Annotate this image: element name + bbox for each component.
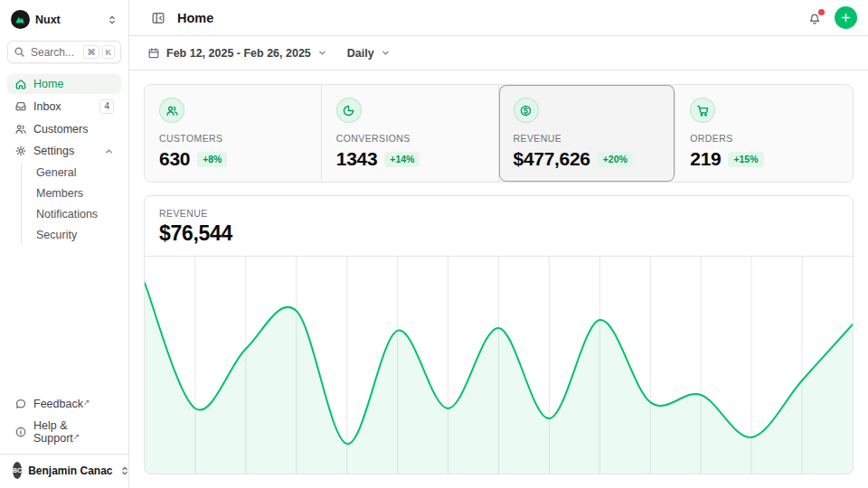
- stat-label: ORDERS: [690, 133, 838, 144]
- granularity-label: Daily: [347, 47, 374, 60]
- chart-label: REVENUE: [159, 208, 838, 219]
- message-icon: [14, 398, 27, 410]
- stat-delta-badge: +8%: [197, 152, 227, 167]
- add-button[interactable]: [835, 6, 857, 29]
- stat-delta-badge: +20%: [598, 152, 633, 167]
- sidebar-item-customers[interactable]: Customers: [7, 119, 121, 139]
- sidebar-item-label: Inbox: [33, 100, 93, 113]
- sidebar-item-members[interactable]: Members: [24, 183, 121, 202]
- circle-dollar-icon: [514, 98, 539, 123]
- chart-value: $76,544: [159, 221, 838, 246]
- notification-dot: [818, 9, 825, 15]
- collapse-sidebar-button[interactable]: [147, 7, 169, 29]
- help-support-link[interactable]: Help & Support↗: [7, 416, 121, 448]
- sidebar-item-general[interactable]: General: [24, 163, 121, 182]
- content: CUSTOMERS 630 +8% CONVERSIONS 1343 +14%: [129, 70, 868, 488]
- granularity-select[interactable]: Daily: [347, 47, 391, 60]
- revenue-chart-card: REVENUE $76,544 14 Feb16 Feb18 Feb20 Feb…: [144, 195, 854, 474]
- notifications-button[interactable]: [804, 7, 826, 29]
- kbd-cmd: ⌘: [83, 45, 99, 59]
- stat-value: 630: [159, 148, 190, 170]
- sidebar-item-settings[interactable]: Settings: [7, 141, 121, 161]
- sidebar-item-inbox[interactable]: Inbox 4: [7, 96, 121, 117]
- topbar: Home: [129, 0, 868, 36]
- stat-card-revenue[interactable]: REVENUE $477,626 +20%: [499, 85, 676, 182]
- avatar: BC: [13, 462, 22, 479]
- info-icon: [14, 426, 27, 438]
- feedback-label: Feedback↗: [33, 398, 114, 410]
- search-placeholder: Search...: [31, 46, 78, 59]
- stat-label: CONVERSIONS: [336, 133, 484, 144]
- external-link-icon: ↗: [73, 432, 80, 441]
- feedback-link[interactable]: Feedback↗: [7, 394, 121, 414]
- workspace-switcher[interactable]: Nuxt: [7, 7, 121, 32]
- users-icon: [159, 98, 184, 123]
- stat-value: 219: [690, 148, 721, 170]
- toolbar: Feb 12, 2025 - Feb 26, 2025 Daily: [129, 36, 868, 70]
- sidebar-item-home[interactable]: Home: [7, 74, 121, 94]
- stats-row: CUSTOMERS 630 +8% CONVERSIONS 1343 +14%: [144, 84, 854, 183]
- stat-card-customers[interactable]: CUSTOMERS 630 +8%: [145, 85, 322, 182]
- chevron-up-icon: [104, 146, 114, 156]
- inbox-count-badge: 4: [99, 99, 114, 114]
- date-range-picker[interactable]: Feb 12, 2025 - Feb 26, 2025: [147, 47, 327, 60]
- stat-card-conversions[interactable]: CONVERSIONS 1343 +14%: [322, 85, 499, 182]
- nuxt-logo: [11, 10, 30, 29]
- main-panel: Home Fe: [129, 0, 868, 488]
- sidebar-item-notifications[interactable]: Notifications: [24, 204, 121, 223]
- stat-delta-badge: +15%: [728, 152, 763, 167]
- stat-value: 1343: [336, 148, 378, 170]
- panel-left-close-icon: [151, 11, 165, 25]
- date-range-label: Feb 12, 2025 - Feb 26, 2025: [166, 47, 311, 60]
- help-support-label: Help & Support↗: [33, 419, 114, 445]
- external-link-icon: ↗: [83, 398, 90, 407]
- chevrons-up-down-icon: [119, 465, 130, 476]
- home-icon: [14, 78, 27, 90]
- chevron-down-icon: [381, 48, 391, 58]
- chevron-down-icon: [317, 48, 327, 58]
- workspace-name: Nuxt: [35, 14, 101, 26]
- stat-delta-badge: +14%: [384, 152, 420, 167]
- inbox-icon: [14, 100, 27, 113]
- calendar-icon: [147, 47, 160, 60]
- revenue-area-chart[interactable]: [145, 256, 853, 474]
- sidebar-item-label: Settings: [33, 145, 98, 157]
- settings-subnav: General Members Notifications Security: [21, 163, 121, 244]
- user-name: Benjamin Canac: [28, 465, 112, 477]
- page-title: Home: [177, 11, 213, 25]
- stat-card-orders[interactable]: ORDERS 219 +15%: [675, 85, 853, 182]
- search-icon: [14, 46, 25, 58]
- user-menu[interactable]: BC Benjamin Canac: [7, 455, 121, 488]
- kbd-k: K: [102, 45, 115, 59]
- stat-label: REVENUE: [514, 133, 661, 144]
- pie-chart-icon: [336, 98, 362, 123]
- sidebar-item-label: Home: [33, 78, 114, 90]
- sidebar-item-label: Customers: [33, 123, 114, 136]
- revenue-chart[interactable]: 14 Feb16 Feb18 Feb20 Feb22 Feb24 Feb: [145, 256, 853, 474]
- sidebar-item-security[interactable]: Security: [24, 225, 121, 244]
- shopping-cart-icon: [690, 98, 715, 123]
- gear-icon: [14, 145, 27, 157]
- stat-label: CUSTOMERS: [159, 133, 307, 144]
- sidebar-nav: Home Inbox 4 Customers: [7, 74, 121, 246]
- users-icon: [14, 123, 27, 136]
- search-kbd: ⌘K: [83, 45, 115, 59]
- plus-icon: [840, 12, 852, 23]
- stat-value: $477,626: [514, 148, 590, 170]
- sidebar: Nuxt Search... ⌘K Home: [0, 0, 129, 488]
- chevrons-up-down-icon: [107, 14, 118, 25]
- search-input[interactable]: Search... ⌘K: [7, 41, 121, 63]
